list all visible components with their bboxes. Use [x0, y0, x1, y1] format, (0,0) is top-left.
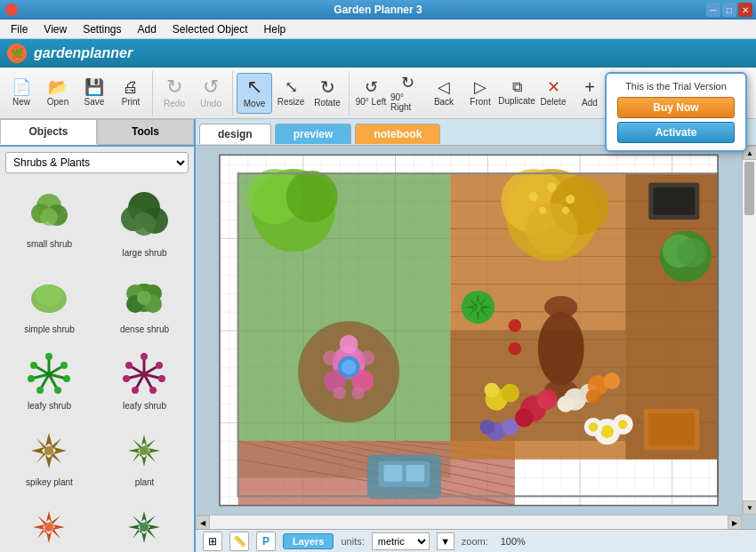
- svg-point-128: [360, 350, 375, 365]
- object-spikey-plant[interactable]: spikey plant: [4, 420, 95, 493]
- delete-icon: ✕: [547, 79, 560, 95]
- scroll-track-vertical[interactable]: [743, 160, 756, 500]
- object-simple-shrub[interactable]: simple shrub: [4, 268, 95, 340]
- redo-button[interactable]: ↻ Redo: [157, 73, 192, 114]
- maximize-button[interactable]: □: [722, 3, 736, 17]
- tab-objects[interactable]: Objects: [0, 119, 97, 145]
- activate-button[interactable]: Activate: [617, 122, 735, 143]
- tab-design[interactable]: design: [199, 124, 271, 144]
- svg-marker-70: [33, 524, 45, 530]
- window-title: Garden Planner 3: [334, 4, 422, 16]
- object-leafy-shrub-2[interactable]: leafy shrub: [99, 344, 190, 417]
- menu-file[interactable]: File: [4, 21, 35, 37]
- svg-point-40: [158, 375, 165, 382]
- layers-button[interactable]: Layers: [283, 533, 334, 549]
- tab-preview[interactable]: preview: [275, 124, 352, 144]
- object-plant-3[interactable]: plant: [99, 497, 190, 552]
- duplicate-button[interactable]: ⧉ Duplicate: [499, 73, 535, 114]
- scroll-right-button[interactable]: ▶: [728, 516, 742, 529]
- menu-selected-object[interactable]: Selected Object: [165, 21, 255, 37]
- delete-button[interactable]: ✕ Delete: [535, 73, 571, 114]
- rotate90r-button[interactable]: ↻ 90° Right: [390, 73, 425, 114]
- svg-point-26: [54, 387, 61, 394]
- minimize-button[interactable]: ─: [706, 3, 720, 17]
- grid-view-button[interactable]: ⊞: [203, 532, 222, 551]
- tab-notebook[interactable]: notebook: [355, 124, 440, 144]
- rotate-label: Rotate: [314, 98, 340, 108]
- category-select[interactable]: Shrubs & Plants Trees Flowers Ground Cov…: [5, 152, 189, 173]
- svg-point-41: [149, 387, 157, 394]
- object-large-shrub[interactable]: large shrub: [99, 182, 190, 264]
- svg-point-174: [618, 420, 627, 428]
- scroll-thumb-vertical[interactable]: [744, 162, 754, 215]
- rotate90l-button[interactable]: ↺ 90° Left: [353, 73, 389, 114]
- open-button[interactable]: 📂 Open: [40, 73, 76, 114]
- print-label: Print: [122, 97, 141, 107]
- rotate90r-label: 90° Right: [390, 92, 424, 112]
- canvas-area[interactable]: ▲ ▼ ◀ ▶: [196, 146, 756, 529]
- svg-point-142: [677, 238, 706, 268]
- status-bar: ⊞ 📏 P Layers units: metric imperial ▼ zo…: [196, 529, 756, 552]
- svg-point-117: [539, 206, 546, 213]
- scroll-down-button[interactable]: ▼: [743, 500, 756, 515]
- tab-tools[interactable]: Tools: [97, 119, 194, 145]
- back-label: Back: [434, 97, 454, 107]
- back-button[interactable]: ◁ Back: [426, 73, 462, 114]
- menu-settings[interactable]: Settings: [76, 21, 128, 37]
- add-button[interactable]: + Add: [572, 73, 607, 114]
- svg-point-44: [125, 362, 133, 369]
- menu-bar: File View Settings Add Selected Object H…: [0, 20, 756, 39]
- svg-marker-78: [133, 529, 141, 539]
- svg-point-109: [286, 171, 338, 222]
- menu-view[interactable]: View: [36, 21, 74, 37]
- undo-button[interactable]: ↺ Undo: [193, 73, 229, 114]
- svg-point-114: [528, 192, 537, 201]
- zoom-down-button[interactable]: ▼: [437, 532, 454, 550]
- svg-point-42: [132, 387, 139, 394]
- menu-help[interactable]: Help: [257, 21, 294, 37]
- large-shrub-label: large shrub: [122, 248, 166, 258]
- right-area: design preview notebook: [196, 119, 756, 552]
- print-button[interactable]: 🖨 Print: [113, 73, 149, 114]
- save-button[interactable]: 💾 Save: [76, 73, 112, 114]
- svg-point-118: [562, 206, 569, 213]
- svg-point-159: [479, 420, 495, 435]
- front-button[interactable]: ▷ Front: [462, 73, 498, 114]
- resize-label: Resize: [277, 97, 305, 107]
- new-label: New: [12, 97, 30, 107]
- new-button[interactable]: 📄 New: [4, 73, 39, 114]
- small-shrub-label: small shrub: [27, 239, 72, 249]
- rotate-button[interactable]: ↻ Rotate: [310, 73, 345, 114]
- app-icon: [5, 4, 18, 16]
- pin-button[interactable]: P: [256, 532, 276, 551]
- redo-icon: ↻: [166, 77, 182, 97]
- svg-point-43: [123, 375, 130, 382]
- scroll-track-horizontal[interactable]: [210, 516, 728, 529]
- object-dense-shrub[interactable]: dense shrub: [99, 268, 190, 340]
- open-label: Open: [47, 97, 68, 107]
- move-button[interactable]: ↖ Move: [237, 73, 272, 114]
- scrollbar-vertical[interactable]: ▲ ▼: [742, 146, 756, 515]
- svg-marker-59: [141, 455, 147, 467]
- spikey-plant-label: spikey plant: [26, 477, 73, 487]
- menu-add[interactable]: Add: [131, 21, 164, 37]
- svg-point-24: [60, 362, 68, 369]
- units-select[interactable]: metric imperial: [372, 532, 430, 550]
- object-plant-2[interactable]: plant: [4, 497, 95, 552]
- svg-marker-79: [128, 524, 141, 530]
- scrollbar-horizontal[interactable]: ◀ ▶: [196, 515, 742, 529]
- svg-point-39: [156, 362, 163, 369]
- svg-marker-52: [31, 447, 44, 454]
- object-small-shrub[interactable]: small shrub: [4, 182, 95, 264]
- svg-point-72: [44, 523, 53, 532]
- object-plant-1[interactable]: plant: [99, 420, 190, 493]
- scroll-left-button[interactable]: ◀: [196, 516, 210, 529]
- svg-point-113: [526, 203, 577, 254]
- close-button[interactable]: ✕: [738, 3, 752, 17]
- svg-point-129: [333, 387, 346, 400]
- measure-button[interactable]: 📏: [229, 532, 249, 551]
- object-leafy-shrub-1[interactable]: leafy shrub: [4, 344, 95, 417]
- panel-tabs: Objects Tools: [0, 119, 194, 147]
- buy-now-button[interactable]: Buy Now: [617, 97, 735, 118]
- resize-button[interactable]: ⤡ Resize: [273, 73, 309, 114]
